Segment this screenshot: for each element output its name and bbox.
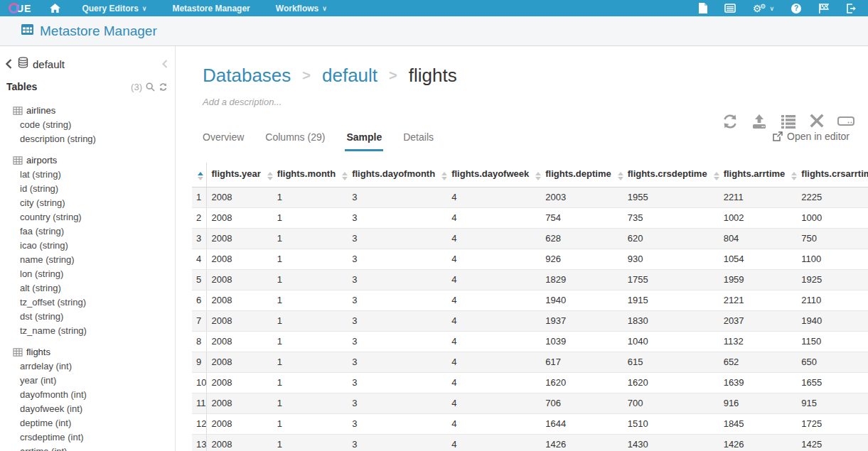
column-header-flights-crsdeptime[interactable]: flights.crsdeptime (623, 163, 719, 187)
table-cell: 750 (797, 228, 868, 249)
settings-gears-icon[interactable]: ⚙⚙ ∨ (753, 4, 774, 13)
sidebar-column[interactable]: icao (string) (0, 239, 175, 253)
sidebar-column[interactable]: country (string) (0, 210, 175, 224)
search-icon[interactable] (146, 82, 155, 92)
column-header-flights-deptime[interactable]: flights.deptime (541, 163, 623, 187)
logout-icon[interactable] (846, 4, 857, 13)
sidebar-column[interactable]: arrtime (int) (0, 445, 175, 451)
sidebar-column[interactable]: faa (string) (0, 224, 175, 239)
sidebar-column[interactable]: name (string) (0, 253, 175, 267)
tab-columns[interactable]: Columns (29) (264, 129, 326, 151)
drop-table-icon[interactable] (809, 113, 825, 130)
table-cell: 1959 (719, 269, 798, 290)
sidebar-column[interactable]: code (string) (0, 118, 175, 132)
breadcrumb-current-table: flights (409, 65, 457, 87)
sidebar-column[interactable]: dayofmonth (int) (0, 388, 175, 402)
tab-overview[interactable]: Overview (201, 129, 245, 151)
sidebar-column[interactable]: dst (string) (0, 310, 175, 324)
page-title: Metastore Manager (40, 23, 157, 39)
sidebar-database-name[interactable]: default (33, 58, 65, 70)
column-header-flights-year[interactable]: flights.year (207, 163, 273, 187)
sidebar-tables-list: airlinescode (string)description (string… (0, 103, 175, 451)
table-cell: 2008 (207, 413, 273, 434)
table-cell: 1829 (541, 269, 623, 290)
sidebar-column[interactable]: crsdeptime (int) (0, 430, 175, 445)
table-cell: 2003 (541, 187, 623, 207)
column-header-flights-dayofweek[interactable]: flights.dayofweek (447, 163, 541, 187)
sidebar-column[interactable]: arrdelay (int) (0, 359, 175, 374)
table-cell: 804 (719, 228, 798, 249)
table-cell: 2225 (797, 187, 868, 207)
table-cell: 2121 (719, 290, 798, 310)
browse-data-icon[interactable] (780, 113, 797, 130)
sidebar-column[interactable]: lon (string) (0, 267, 175, 281)
chevron-down-icon: ∨ (769, 5, 774, 12)
sidebar-column[interactable]: id (string) (0, 182, 175, 196)
table-icon (13, 156, 23, 165)
tab-details[interactable]: Details (402, 129, 435, 151)
table-cell: 4 (447, 434, 541, 451)
sidebar-table-name: flights (26, 347, 50, 357)
column-header-label: flights.year (211, 168, 260, 179)
refresh-icon[interactable] (159, 82, 168, 92)
table-cell: 926 (541, 249, 623, 269)
metastore-table-icon (21, 24, 33, 38)
table-cell: 1940 (541, 290, 623, 310)
sidebar-table-airports[interactable]: airports (0, 153, 175, 168)
back-chevron-icon[interactable] (6, 59, 12, 69)
sidebar-column[interactable]: city (string) (0, 196, 175, 210)
open-in-editor-link[interactable]: Open in editor (773, 131, 850, 142)
tab-sample[interactable]: Sample (345, 129, 383, 151)
table-cell: 2008 (207, 372, 273, 393)
nav-workflows[interactable]: Workflows ∨ (276, 4, 327, 13)
job-browser-icon[interactable] (724, 4, 736, 13)
table-cell: 615 (623, 352, 719, 372)
sidebar-column[interactable]: year (int) (0, 374, 175, 388)
column-header-flights-month[interactable]: flights.month (273, 163, 348, 187)
sidebar-database-row: default (0, 55, 175, 72)
hue-app: UE Query Editors ∨ Metastore Manager Wor… (0, 0, 868, 451)
sidebar-table-flights[interactable]: flights (0, 344, 175, 359)
sidebar-column[interactable]: description (string) (0, 132, 175, 146)
document-icon[interactable] (699, 3, 707, 13)
table-cell: 3 (348, 269, 447, 290)
refresh-icon[interactable] (722, 113, 739, 130)
sidebar-column[interactable]: tz_offset (string) (0, 295, 175, 310)
import-data-icon[interactable] (751, 113, 768, 130)
table-cell: 4 (447, 207, 541, 228)
column-header-label: flights.month (277, 168, 336, 179)
home-icon[interactable] (50, 4, 60, 13)
nav-query-editors[interactable]: Query Editors ∨ (82, 4, 146, 13)
sidebar-column[interactable]: tz_name (string) (0, 324, 175, 338)
breadcrumb: Databases > default > flights (176, 46, 868, 87)
column-header-flights-crsarrtime[interactable]: flights.crsarrtime (797, 163, 868, 187)
sidebar-column[interactable]: deptime (int) (0, 416, 175, 430)
help-icon[interactable]: ? (791, 4, 801, 13)
sort-column-rownum[interactable] (192, 163, 207, 187)
table-cell: 3 (348, 228, 447, 249)
sidebar-column[interactable]: lat (string) (0, 168, 175, 182)
column-header-flights-dayofmonth[interactable]: flights.dayofmonth (348, 163, 447, 187)
table-cell: 1054 (719, 249, 798, 269)
view-location-icon[interactable] (837, 113, 855, 130)
hue-logo[interactable]: UE (9, 3, 31, 14)
table-cell: 2211 (719, 187, 798, 207)
table-row: 820081341039104011321150 (192, 331, 868, 352)
table-cell: 3 (348, 352, 447, 372)
table-cell: 1 (273, 249, 348, 269)
breadcrumb-databases[interactable]: Databases (203, 65, 291, 87)
sidebar-column[interactable]: dayofweek (int) (0, 402, 175, 416)
table-cell: 3 (348, 290, 447, 310)
breadcrumb-separator: > (302, 67, 311, 84)
nav-metastore-manager[interactable]: Metastore Manager (172, 4, 250, 13)
collapse-sidebar-icon[interactable] (162, 60, 168, 68)
row-index: 9 (192, 352, 207, 372)
sidebar-column[interactable]: alt (string) (0, 281, 175, 295)
table-cell: 652 (719, 352, 798, 372)
column-header-flights-arrtime[interactable]: flights.arrtime (719, 163, 798, 187)
feedback-flag-icon[interactable] (818, 4, 829, 13)
breadcrumb-default[interactable]: default (322, 65, 377, 87)
table-icon (13, 348, 23, 357)
description-placeholder[interactable]: Add a description... (203, 97, 868, 107)
sidebar-table-airlines[interactable]: airlines (0, 103, 175, 118)
